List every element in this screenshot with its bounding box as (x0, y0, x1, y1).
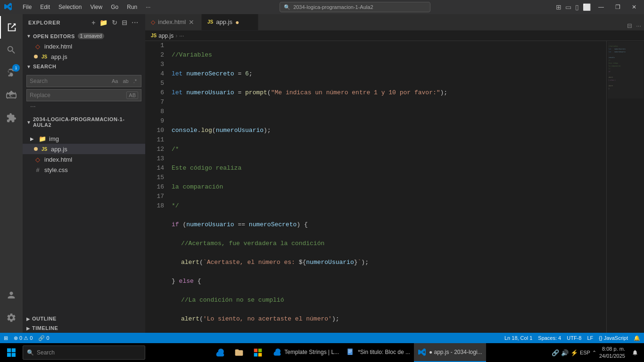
menu-selection[interactable]: Selection (55, 3, 85, 11)
search-input-wrap[interactable]: Aa ab .* (26, 75, 141, 87)
taskbar-search[interactable]: 🔍 Search (23, 346, 145, 360)
open-editors-section[interactable]: ▼ OPEN EDITORS 1 unsaved (23, 31, 145, 41)
title-search-bar[interactable]: 🔍 2034-logica-programacion-1-Aula2 (280, 2, 430, 12)
activity-accounts[interactable] (0, 284, 23, 306)
whole-word-btn[interactable]: ab (121, 78, 130, 84)
taskbar-filemanager-icon[interactable] (230, 343, 248, 362)
status-language[interactable]: {} JavaScript (599, 335, 628, 341)
menu-more[interactable]: ··· (142, 3, 154, 11)
tab-index-html[interactable]: ◇ index.html ✕ (145, 14, 202, 30)
breadcrumb-more[interactable]: ··· (179, 33, 184, 39)
notification-button[interactable] (628, 343, 642, 362)
svg-text:la comparación: la comparación (609, 65, 620, 67)
file-style-css[interactable]: # style.css (23, 165, 145, 175)
search-section-header[interactable]: ▼ SEARCH (23, 62, 145, 71)
status-eol[interactable]: LF (587, 335, 593, 341)
breadcrumb-filename[interactable]: app.js (158, 33, 173, 39)
eol-text: LF (587, 335, 593, 341)
tray-network-icon[interactable]: 🔗 (552, 349, 559, 356)
panel-icon[interactable]: ▭ (565, 3, 571, 11)
menu-go[interactable]: Go (107, 3, 122, 11)
tab-app-js[interactable]: JS app.js ● (202, 14, 258, 30)
code-line-14: //La condición no se cumplió (172, 296, 606, 305)
taskbar-app-edge[interactable]: Template Strings | L... (269, 343, 343, 362)
taskbar-app-notepad[interactable]: *Sin titulo: Bloc de ... (343, 343, 414, 362)
activity-extensions[interactable] (0, 107, 23, 129)
split-editor-icon[interactable]: ⊟ (626, 21, 633, 30)
collapse-all-icon[interactable]: ⊟ (121, 18, 129, 27)
status-bell[interactable]: 🔔 (634, 335, 640, 341)
sidebar-more-icon[interactable]: ··· (131, 18, 140, 27)
breadcrumb: JS app.js › ··· (145, 31, 644, 41)
activity-search[interactable] (0, 39, 23, 61)
close-button[interactable]: ✕ (628, 4, 640, 10)
activity-settings[interactable] (0, 306, 23, 329)
open-editor-app-js[interactable]: JS app.js (23, 51, 145, 62)
menu-edit[interactable]: Edit (36, 3, 54, 11)
svg-text:}: } (609, 88, 610, 90)
replace-btn[interactable]: AB (126, 91, 138, 99)
folder-section-header[interactable]: ▼ 2034-LOGICA-PROGRAMACION-1-AULA2 (23, 115, 145, 130)
new-folder-icon[interactable]: 📁 (99, 18, 109, 27)
file-appjs-name: app.js (51, 146, 67, 153)
open-editor-index-html[interactable]: ◇ index.html (23, 41, 145, 51)
tray-language[interactable]: ESP (580, 350, 590, 355)
activity-source-control[interactable]: 1 (0, 61, 23, 84)
taskbar-edge-icon[interactable] (211, 343, 230, 362)
timeline-label: TIMELINE (32, 325, 58, 331)
panel-bottom-icon[interactable]: ⬜ (583, 3, 591, 11)
file-app-js[interactable]: JS app.js (23, 144, 145, 154)
code-content[interactable]: //Variables let numeroSecreto = 6; let n… (168, 41, 606, 333)
new-file-icon[interactable]: + (91, 18, 97, 27)
match-case-btn[interactable]: Aa (110, 78, 119, 84)
tray-volume-icon[interactable]: 🔊 (561, 349, 569, 356)
activity-run-debug[interactable] (0, 84, 23, 107)
refresh-icon[interactable]: ↻ (111, 18, 119, 27)
replace-input[interactable] (30, 92, 124, 99)
taskbar: 🔍 Search (0, 343, 644, 362)
search-more-icon[interactable]: ··· (26, 101, 141, 111)
start-button[interactable] (2, 343, 21, 362)
taskbar-store-icon[interactable] (248, 343, 267, 362)
search-input[interactable] (30, 78, 108, 84)
status-position[interactable]: Ln 18, Col 1 (504, 335, 532, 341)
taskbar-app-vscode[interactable]: ● app.js - 2034-logi... (414, 343, 486, 362)
layout-icon[interactable]: ⊞ (556, 3, 561, 11)
menu-file[interactable]: File (19, 3, 35, 11)
more-actions-icon[interactable]: ··· (635, 21, 642, 30)
outline-section[interactable]: ▶ OUTLINE (23, 314, 145, 323)
menu-view[interactable]: View (86, 3, 106, 11)
status-remote[interactable]: ⊞ (4, 335, 8, 341)
status-spaces[interactable]: Spaces: 4 (538, 335, 561, 341)
tab-html-close[interactable]: ✕ (189, 18, 194, 26)
svg-text:} else {: } else { (609, 79, 616, 81)
minimize-button[interactable]: — (594, 4, 608, 10)
status-encoding[interactable]: UTF-8 (567, 335, 581, 341)
svg-rect-22 (348, 351, 352, 352)
language-text: {} JavaScript (599, 335, 628, 341)
tray-battery-icon[interactable]: ⚡ (570, 349, 578, 356)
tab-js-icon: JS (207, 19, 213, 25)
tray-up-arrow[interactable]: ⌃ (592, 350, 596, 356)
regex-btn[interactable]: .* (132, 78, 138, 84)
folder-img[interactable]: ▶ 📁 img (23, 133, 145, 144)
sidebar-right-icon[interactable]: ▯ (575, 3, 579, 11)
status-bar: ⊞ ⊗ 0 ⚠ 0 🔗 0 Ln 18, Col 1 Spaces: 4 UTF… (0, 333, 644, 343)
search-section: Aa ab .* AB ··· (23, 71, 145, 115)
code-editor[interactable]: 12345 678910 1112131415 161718 //Variabl… (145, 41, 644, 333)
svg-text:if: if (609, 71, 611, 73)
status-errors[interactable]: ⊗ 0 ⚠ 0 (14, 335, 33, 341)
status-git[interactable]: 🔗 0 (38, 335, 49, 341)
svg-text:Este código: Este código (609, 62, 618, 64)
activity-explorer[interactable] (0, 16, 23, 39)
svg-rect-20 (347, 349, 353, 355)
svg-text:numeroSecreto: numeroSecreto (614, 48, 626, 50)
file-index-html[interactable]: ◇ index.html (23, 154, 145, 165)
replace-input-wrap[interactable]: AB (26, 89, 141, 101)
menu-run[interactable]: Run (123, 3, 141, 11)
title-bar: File Edit Selection View Go Run ··· 🔍 20… (0, 0, 644, 14)
maximize-button[interactable]: ❐ (611, 4, 624, 10)
tab-js-close[interactable]: ● (235, 18, 239, 26)
timeline-section[interactable]: ▶ TIMELINE (23, 323, 145, 333)
clock[interactable]: 8:08 p. m. 24/01/2025 (599, 346, 625, 360)
